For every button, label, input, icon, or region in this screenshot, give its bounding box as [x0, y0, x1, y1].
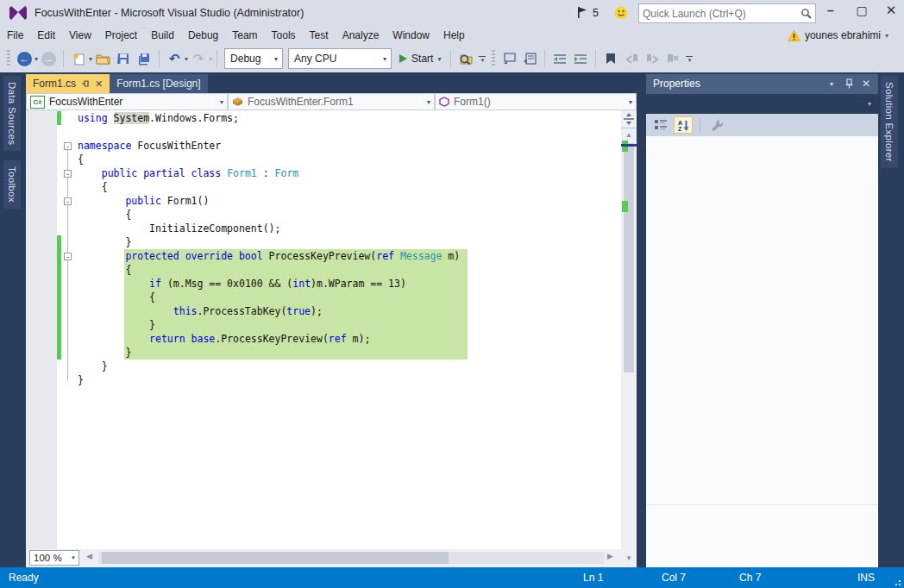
toolbar-overflow-button[interactable]: ▾: [479, 56, 486, 62]
vertical-scrollbar-thumb[interactable]: [624, 143, 634, 372]
save-button[interactable]: [113, 48, 134, 69]
menu-edit[interactable]: Edit: [30, 26, 62, 45]
close-tab-icon[interactable]: ✕: [95, 79, 103, 88]
menu-help[interactable]: Help: [436, 26, 472, 45]
menu-file[interactable]: File: [0, 26, 30, 45]
redo-caret[interactable]: ▾: [209, 55, 212, 63]
toggle-bookmark-button[interactable]: [600, 48, 621, 69]
menu-view[interactable]: View: [62, 26, 98, 45]
menu-debug[interactable]: Debug: [181, 26, 225, 45]
find-in-files-button[interactable]: [455, 48, 476, 69]
scroll-up-button[interactable]: ▲: [621, 128, 637, 141]
fold-toggle-icon[interactable]: -: [64, 197, 72, 205]
code-line[interactable]: this.ProcessTabKey(true);: [26, 304, 621, 318]
redo-button[interactable]: ↷: [188, 48, 209, 69]
previous-bookmark-button[interactable]: [621, 48, 642, 69]
solution-platform-combobox[interactable]: Any CPU ▾: [288, 48, 392, 69]
navigate-backward-button[interactable]: ←: [14, 48, 35, 69]
code-line[interactable]: }: [26, 360, 621, 373]
code-line[interactable]: {: [26, 153, 621, 166]
code-line[interactable]: {: [26, 263, 621, 277]
code-line[interactable]: }: [26, 318, 621, 332]
code-line[interactable]: - protected override bool ProcessKeyPrev…: [26, 249, 621, 263]
code-line[interactable]: }: [26, 373, 621, 387]
scroll-right-button[interactable]: ▶: [607, 552, 613, 560]
sidebar-tab-solution-explorer[interactable]: Solution Explorer: [881, 76, 898, 168]
save-all-button[interactable]: [134, 48, 154, 69]
toolbar-grip[interactable]: [492, 50, 495, 67]
zoom-level-combobox[interactable]: 100 % ▾: [29, 550, 79, 566]
code-line[interactable]: -namespace FocusWithEnter: [26, 139, 621, 153]
decrease-indent-button[interactable]: [549, 48, 570, 69]
resize-grip[interactable]: [895, 579, 901, 586]
notifications-flag-icon[interactable]: [576, 6, 588, 19]
editor-vertical-scrollbar[interactable]: ▲ ▼: [621, 110, 637, 567]
next-bookmark-button[interactable]: [642, 48, 662, 69]
feedback-smiley-icon[interactable]: [614, 6, 628, 20]
code-line[interactable]: [26, 125, 621, 139]
fold-toggle-icon[interactable]: -: [64, 253, 72, 260]
code-line[interactable]: - public partial class Form1 : Form: [26, 166, 621, 180]
user-account-menu[interactable]: younes ebrahimi ▾: [788, 26, 888, 45]
object-selector-combobox[interactable]: ▾: [646, 94, 878, 114]
menu-window[interactable]: Window: [386, 26, 436, 45]
editor-toolbar-overflow-button[interactable]: ▾: [686, 56, 693, 62]
scroll-left-button[interactable]: ◀: [86, 552, 92, 560]
open-file-button[interactable]: [92, 48, 113, 69]
code-line[interactable]: {: [26, 208, 621, 222]
code-line[interactable]: {: [26, 180, 621, 194]
navigate-forward-button[interactable]: →: [38, 48, 59, 69]
undo-button[interactable]: ↶: [164, 48, 185, 69]
menu-build[interactable]: Build: [144, 26, 181, 45]
toolbar-grip[interactable]: [7, 50, 10, 67]
code-line[interactable]: return base.ProcessKeyPreview(ref m);: [26, 332, 621, 346]
code-line[interactable]: using System.Windows.Forms;: [26, 111, 621, 125]
window-position-caret-icon[interactable]: ▾: [824, 74, 839, 94]
start-debugging-button[interactable]: Start ▾: [394, 53, 446, 65]
notifications-count[interactable]: 5: [593, 0, 599, 26]
code-line[interactable]: }: [26, 346, 621, 360]
categorized-button[interactable]: [651, 116, 670, 134]
sidebar-tab-toolbox[interactable]: Toolbox: [3, 160, 21, 209]
menu-tools[interactable]: Tools: [265, 26, 303, 45]
code-line[interactable]: if (m.Msg == 0x0100 && (int)m.WParam == …: [26, 277, 621, 291]
quick-launch-input[interactable]: [639, 8, 800, 20]
fold-toggle-icon[interactable]: -: [64, 142, 72, 150]
scroll-down-button[interactable]: ▼: [621, 552, 637, 565]
code-editor[interactable]: using System.Windows.Forms;-namespace Fo…: [26, 110, 621, 549]
type-dropdown[interactable]: FocusWithEnter.Form1 ▾: [228, 93, 435, 110]
new-item-button[interactable]: [68, 48, 89, 69]
close-button[interactable]: ✕: [878, 0, 904, 22]
code-line[interactable]: }: [26, 235, 621, 249]
tab-form1-cs[interactable]: Form1.cs ✕: [26, 74, 110, 93]
display-member-list-button[interactable]: [499, 48, 519, 69]
editor-splitter-handle[interactable]: [621, 110, 637, 128]
alphabetical-button[interactable]: AZ: [674, 116, 693, 134]
auto-hide-pin-icon[interactable]: [841, 74, 857, 94]
maximize-button[interactable]: ▢: [849, 0, 875, 22]
solution-configuration-combobox[interactable]: Debug ▾: [224, 48, 283, 69]
sidebar-tab-data-sources[interactable]: Data Sources: [3, 76, 21, 151]
menu-test[interactable]: Test: [303, 26, 336, 45]
tab-form1-cs-design[interactable]: Form1.cs [Design]: [110, 74, 207, 93]
menu-project[interactable]: Project: [98, 26, 144, 45]
quick-launch-box[interactable]: [638, 3, 816, 23]
fold-toggle-icon[interactable]: -: [64, 170, 72, 178]
pin-tab-icon[interactable]: [81, 79, 90, 88]
increase-indent-button[interactable]: [570, 48, 591, 69]
member-dropdown[interactable]: Form1() ▾: [435, 93, 637, 110]
clear-bookmarks-button[interactable]: [662, 48, 683, 69]
search-icon[interactable]: [800, 8, 815, 19]
project-dropdown[interactable]: C# FocusWithEnter ▾: [26, 93, 228, 110]
display-parameter-info-button[interactable]: [519, 48, 540, 69]
code-line[interactable]: - public Form1(): [26, 194, 621, 208]
horizontal-scrollbar-thumb[interactable]: [102, 552, 449, 564]
close-panel-icon[interactable]: ✕: [858, 74, 874, 94]
code-line[interactable]: InitializeComponent();: [26, 222, 621, 235]
menu-team[interactable]: Team: [225, 26, 264, 45]
menu-analyze[interactable]: Analyze: [336, 26, 386, 45]
start-caret-icon[interactable]: ▾: [437, 55, 441, 63]
property-pages-button[interactable]: [707, 116, 726, 134]
minimize-button[interactable]: –: [818, 0, 844, 22]
code-line[interactable]: {: [26, 291, 621, 304]
